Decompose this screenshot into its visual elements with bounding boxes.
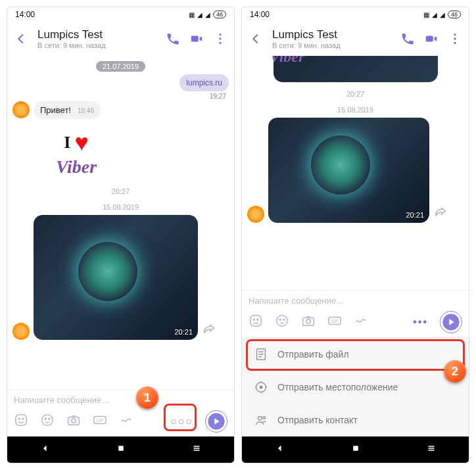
chat-title: Lumpics Test: [272, 28, 391, 41]
svg-rect-18: [426, 35, 433, 41]
send-contact-item[interactable]: Отправить контакт: [242, 404, 469, 436]
avatar[interactable]: [12, 101, 30, 118]
avatar[interactable]: [12, 323, 30, 340]
chat-area[interactable]: Viber 20:27 15.08.2019 20:21: [242, 56, 469, 290]
svg-point-9: [49, 418, 50, 419]
svg-point-43: [263, 417, 266, 419]
nav-back-icon[interactable]: [274, 442, 286, 457]
svg-point-6: [22, 418, 24, 419]
file-icon: [254, 347, 268, 362]
emoji-icon[interactable]: [249, 314, 263, 331]
android-navbar: [242, 436, 469, 463]
svg-point-19: [454, 34, 456, 35]
doodle-icon[interactable]: [354, 314, 368, 331]
svg-rect-0: [191, 35, 199, 41]
sticker-icon[interactable]: [275, 314, 289, 331]
svg-point-27: [283, 319, 285, 320]
chat-title-block[interactable]: Lumpics Test В сети: 9 мин. назад: [37, 28, 156, 49]
date-separator: 15.08.2019: [103, 203, 139, 211]
phone-call-icon[interactable]: [400, 32, 415, 46]
svg-text:GIF: GIF: [97, 418, 105, 423]
svg-point-42: [258, 417, 262, 421]
video-call-icon[interactable]: [189, 32, 204, 46]
svg-point-29: [306, 319, 310, 323]
greeting-bubble[interactable]: Привет! 18:48: [34, 101, 101, 119]
svg-point-37: [260, 386, 262, 388]
status-bar: 14:00 ▦◢◢ 46: [7, 7, 234, 22]
svg-point-2: [219, 37, 221, 39]
peek-time: 20:27: [346, 90, 365, 98]
media-peek[interactable]: Viber: [274, 56, 438, 82]
input-toolbar: GIF •••: [249, 311, 462, 333]
svg-rect-14: [118, 446, 124, 451]
date-separator: 15.08.2019: [337, 106, 373, 114]
nav-recent-icon[interactable]: [425, 442, 437, 457]
svg-point-20: [454, 37, 456, 39]
battery-level: 46: [448, 11, 461, 18]
more-menu-icon[interactable]: [213, 32, 227, 46]
svg-point-8: [45, 418, 46, 419]
doodle-icon[interactable]: [119, 413, 133, 430]
svg-point-3: [219, 42, 221, 44]
nav-back-icon[interactable]: [39, 442, 51, 457]
chat-title: Lumpics Test: [37, 28, 156, 41]
phone-right: 14:00 ▦◢◢ 46 Lumpics Test В сети: 9 мин.…: [241, 7, 469, 463]
send-file-item[interactable]: Отправить файл: [242, 338, 469, 371]
svg-point-23: [253, 319, 254, 320]
nav-home-icon[interactable]: [350, 442, 362, 457]
nav-home-icon[interactable]: [115, 442, 127, 457]
svg-point-26: [279, 319, 281, 320]
chat-subtitle: В сети: 9 мин. назад: [37, 41, 156, 49]
camera-icon[interactable]: [66, 413, 81, 430]
media-message: 20:21: [12, 215, 229, 340]
svg-text:GIF: GIF: [331, 319, 339, 323]
message-input[interactable]: Напишите сообщение…: [14, 395, 227, 405]
media-timestamp: 20:21: [174, 328, 193, 336]
gif-icon[interactable]: GIF: [93, 413, 107, 430]
svg-point-7: [42, 415, 53, 426]
camera-icon[interactable]: [301, 314, 316, 331]
chat-title-block[interactable]: Lumpics Test В сети: 9 мин. назад: [272, 28, 391, 49]
send-location-item[interactable]: Отправить местоположение: [242, 371, 469, 404]
link-bubble[interactable]: lumpics.ru: [179, 74, 229, 91]
avatar[interactable]: [247, 206, 264, 223]
phone-call-icon[interactable]: [166, 32, 180, 46]
sticker-icon[interactable]: [40, 413, 55, 430]
status-time: 14:00: [250, 10, 270, 19]
svg-point-21: [454, 42, 456, 44]
chat-header: Lumpics Test В сети: 9 мин. назад: [7, 22, 234, 56]
media-message: 20:21: [247, 118, 464, 223]
back-icon[interactable]: [14, 32, 28, 46]
more-options-icon[interactable]: ○○○: [170, 415, 193, 427]
media-image[interactable]: 20:21: [268, 118, 429, 223]
svg-point-24: [257, 319, 258, 320]
svg-point-11: [72, 419, 76, 423]
forward-icon[interactable]: [433, 205, 448, 223]
forward-icon[interactable]: [202, 322, 216, 340]
back-icon[interactable]: [249, 32, 263, 46]
chat-header: Lumpics Test В сети: 9 мин. назад: [242, 22, 469, 56]
media-image[interactable]: 20:21: [34, 215, 198, 340]
input-toolbar: GIF ○○○: [14, 410, 227, 433]
voice-message-button[interactable]: [205, 410, 227, 433]
more-options-icon[interactable]: •••: [413, 316, 428, 328]
svg-point-5: [18, 418, 20, 419]
attachment-panel: Отправить файл Отправить местоположение …: [242, 337, 469, 436]
more-menu-icon[interactable]: [448, 32, 462, 46]
date-pill: 21.07.2019: [96, 61, 145, 72]
input-bar: Напишите сообщение… GIF •••: [242, 290, 469, 337]
chat-area[interactable]: 21.07.2019 lumpics.ru 19:27 Привет! 18:4…: [7, 56, 234, 389]
link-time: 19:27: [210, 93, 226, 100]
gif-icon[interactable]: GIF: [327, 314, 342, 331]
viber-sticker[interactable]: I♥ Viber: [34, 120, 119, 186]
status-icons: ▦◢◢ 46: [423, 11, 461, 18]
svg-rect-4: [16, 415, 27, 426]
tutorial-marker-1: 1: [136, 387, 158, 409]
voice-message-button[interactable]: [440, 311, 462, 333]
message-input[interactable]: Напишите сообщение…: [249, 296, 462, 306]
svg-rect-44: [353, 446, 358, 451]
emoji-icon[interactable]: [14, 413, 28, 430]
video-call-icon[interactable]: [424, 32, 439, 46]
android-navbar: [7, 436, 234, 463]
nav-recent-icon[interactable]: [191, 442, 202, 457]
